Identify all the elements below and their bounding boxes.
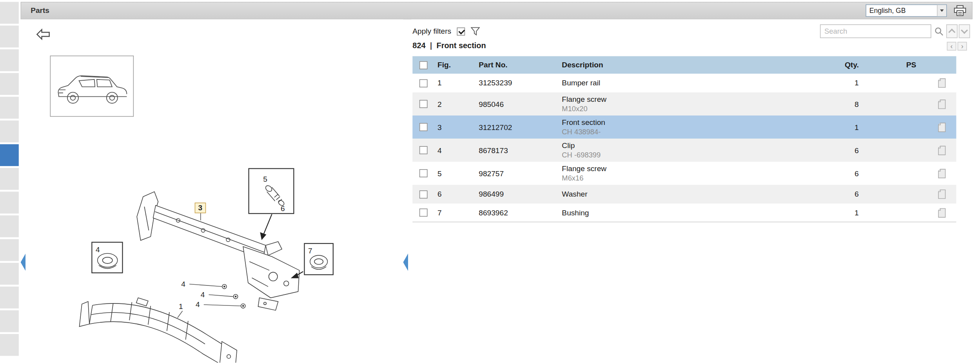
page-title: Parts — [31, 6, 49, 15]
search-icon — [934, 27, 944, 36]
table-row[interactable]: 5 982757 Flange screwM6x16 6 — [412, 162, 956, 185]
part-no-cell: 982757 — [475, 166, 558, 180]
callout-4b[interactable]: 4 — [201, 291, 205, 299]
sidebar-tab[interactable] — [0, 97, 19, 119]
sidebar-tab[interactable] — [0, 191, 19, 213]
callout-5[interactable]: 5 — [263, 175, 267, 183]
language-select-value: English, GB — [869, 7, 906, 14]
row-checkbox-cell — [412, 188, 434, 200]
callout-7[interactable]: 7 — [308, 247, 312, 255]
apply-filters-checkbox[interactable] — [457, 27, 465, 35]
top-bar: Parts English, GB — [21, 2, 973, 20]
note-icon[interactable] — [938, 122, 946, 132]
note-icon[interactable] — [938, 168, 946, 179]
breadcrumb: 824|Front section — [412, 41, 486, 50]
row-checkbox[interactable] — [419, 79, 427, 87]
row-checkbox[interactable] — [419, 190, 427, 198]
note-icon[interactable] — [938, 78, 946, 88]
sidebar-tab[interactable] — [0, 121, 19, 143]
row-checkbox-cell — [412, 98, 434, 110]
find-previous-button[interactable] — [946, 24, 958, 38]
column-header-description: Description — [558, 58, 794, 72]
apply-filters-group: Apply filters — [412, 27, 480, 36]
qty-cell: 6 — [794, 166, 862, 180]
qty-cell: 1 — [794, 120, 862, 134]
fig-cell: 1 — [434, 76, 475, 90]
apply-filters-label: Apply filters — [412, 27, 451, 36]
note-icon[interactable] — [938, 189, 946, 199]
note-icon[interactable] — [938, 208, 946, 218]
pager: ‹ › — [947, 42, 967, 51]
qty-cell: 6 — [794, 187, 862, 201]
table-row[interactable]: 7 8693962 Bushing 1 — [412, 204, 956, 222]
callout-6[interactable]: 6 — [281, 204, 285, 213]
row-checkbox[interactable] — [419, 100, 427, 108]
row-checkbox-cell — [412, 76, 434, 89]
sidebar-tab[interactable] — [0, 334, 19, 356]
page-previous-button[interactable]: ‹ — [947, 42, 956, 51]
breadcrumb-separator: | — [430, 41, 432, 50]
callout-1[interactable]: 1 — [179, 302, 183, 311]
part-no-cell: 8693962 — [475, 206, 558, 219]
sidebar-tab-active[interactable] — [0, 144, 19, 166]
panel-splitter-handle[interactable] — [403, 253, 408, 271]
qty-cell: 6 — [794, 143, 862, 157]
language-select[interactable]: English, GB — [866, 4, 947, 17]
section-title: Front section — [436, 41, 486, 50]
chevron-down-icon — [940, 9, 944, 12]
description-text: Flange screw — [562, 95, 790, 103]
sidebar-tab[interactable] — [0, 215, 19, 237]
vehicle-thumbnail[interactable] — [50, 56, 134, 117]
sidebar-tab[interactable] — [0, 73, 19, 95]
table-row[interactable]: 2 985046 Flange screwM10x20 8 — [412, 92, 956, 116]
sidebar-tab[interactable] — [0, 168, 19, 190]
page-next-button[interactable]: › — [958, 42, 967, 51]
note-icon[interactable] — [938, 145, 946, 155]
sidebar-tab[interactable] — [0, 310, 19, 332]
chevron-up-icon — [948, 29, 955, 36]
part-no-cell: 8678173 — [475, 143, 558, 157]
callout-4-box[interactable]: 4 — [96, 246, 100, 254]
row-checkbox[interactable] — [419, 209, 427, 217]
fig-cell: 3 — [434, 120, 475, 134]
description-cell: Bumper rail — [558, 76, 794, 90]
sidebar-tab[interactable] — [0, 287, 19, 309]
sidebar-tab[interactable] — [0, 2, 19, 24]
sidebar-tab[interactable] — [0, 25, 19, 47]
topbar-right: English, GB — [866, 4, 967, 17]
table-row[interactable]: 4 8678173 ClipCH -698399 6 — [412, 139, 956, 162]
back-arrow-icon[interactable] — [36, 28, 51, 41]
sidebar-tab[interactable] — [0, 239, 19, 261]
description-subtext: CH -698399 — [562, 150, 790, 159]
row-checkbox[interactable] — [419, 169, 427, 177]
qty-cell: 1 — [794, 206, 862, 219]
description-text: Bushing — [562, 208, 790, 217]
description-text: Bumper rail — [562, 79, 790, 87]
column-header-part-no: Part No. — [475, 58, 558, 72]
table-row[interactable]: 6 986499 Washer 6 — [412, 185, 956, 204]
search-input[interactable] — [820, 24, 931, 38]
diagram-panel: 5 6 4 7 3 1 4 4 4 — [21, 19, 403, 363]
printer-icon[interactable] — [953, 5, 967, 16]
callout-4a[interactable]: 4 — [181, 280, 185, 288]
callout-3[interactable]: 3 — [198, 204, 202, 212]
table-row-selected[interactable]: 3 31212702 Front sectionCH 438984- 1 — [412, 116, 956, 139]
find-next-button[interactable] — [959, 24, 970, 38]
row-checkbox[interactable] — [419, 123, 427, 131]
description-cell: Flange screwM10x20 — [558, 92, 794, 116]
search-button[interactable] — [933, 24, 945, 38]
qty-cell: 1 — [794, 76, 862, 90]
part-no-cell: 31212702 — [475, 120, 558, 134]
row-checkbox[interactable] — [419, 146, 427, 154]
ps-cell — [862, 119, 956, 134]
callout-4c[interactable]: 4 — [196, 300, 200, 309]
parts-table: Fig. Part No. Description Qty. PS 1 3125… — [412, 56, 956, 222]
note-icon[interactable] — [938, 99, 946, 109]
sidebar-tab[interactable] — [0, 263, 19, 285]
fig-cell: 6 — [434, 187, 475, 201]
table-row[interactable]: 1 31253239 Bumper rail 1 — [412, 74, 956, 92]
select-caret-button[interactable] — [937, 5, 946, 16]
select-all-checkbox[interactable] — [419, 61, 427, 69]
filter-funnel-icon[interactable] — [471, 27, 480, 36]
sidebar-tab[interactable] — [0, 49, 19, 71]
